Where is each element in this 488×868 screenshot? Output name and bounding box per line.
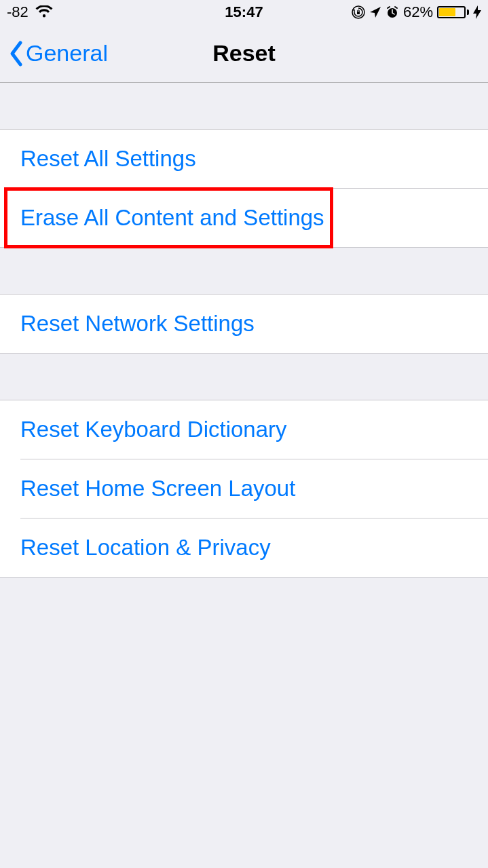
battery-percent: 62% bbox=[403, 3, 433, 21]
signal-strength: -82 bbox=[7, 3, 29, 21]
group-spacer bbox=[0, 354, 488, 400]
battery-icon bbox=[437, 6, 469, 18]
reset-location-privacy-cell[interactable]: Reset Location & Privacy bbox=[0, 518, 488, 577]
reset-keyboard-dictionary-cell[interactable]: Reset Keyboard Dictionary bbox=[0, 400, 488, 459]
page-title: Reset bbox=[212, 40, 276, 67]
cell-label: Reset Keyboard Dictionary bbox=[20, 417, 287, 442]
cell-label: Reset Home Screen Layout bbox=[20, 476, 295, 502]
alarm-icon bbox=[386, 5, 399, 19]
battery-fill bbox=[439, 8, 455, 16]
orientation-lock-icon bbox=[352, 5, 365, 19]
group-spacer bbox=[0, 248, 488, 294]
back-button[interactable]: General bbox=[8, 40, 108, 67]
erase-all-content-cell[interactable]: Erase All Content and Settings bbox=[0, 189, 488, 247]
reset-home-screen-layout-cell[interactable]: Reset Home Screen Layout bbox=[0, 459, 488, 518]
cell-label: Erase All Content and Settings bbox=[20, 205, 324, 231]
nav-bar: General Reset bbox=[0, 24, 488, 83]
svg-rect-1 bbox=[357, 12, 360, 14]
settings-group: Reset All SettingsErase All Content and … bbox=[0, 129, 488, 248]
location-icon bbox=[369, 6, 381, 18]
content: Reset All SettingsErase All Content and … bbox=[0, 83, 488, 578]
back-label: General bbox=[26, 40, 108, 67]
cell-label: Reset Network Settings bbox=[20, 311, 255, 337]
chevron-left-icon bbox=[8, 40, 23, 67]
reset-all-settings-cell[interactable]: Reset All Settings bbox=[0, 130, 488, 188]
cell-label: Reset Location & Privacy bbox=[20, 535, 271, 561]
settings-group: Reset Keyboard DictionaryReset Home Scre… bbox=[0, 400, 488, 578]
reset-network-settings-cell[interactable]: Reset Network Settings bbox=[0, 295, 488, 353]
clock-time: 15:47 bbox=[225, 3, 263, 21]
wifi-icon bbox=[35, 5, 53, 19]
group-spacer bbox=[0, 83, 488, 129]
settings-group: Reset Network Settings bbox=[0, 294, 488, 354]
cell-label: Reset All Settings bbox=[20, 146, 196, 172]
status-bar: -82 15:47 62% bbox=[0, 0, 488, 24]
charging-icon bbox=[473, 5, 481, 19]
